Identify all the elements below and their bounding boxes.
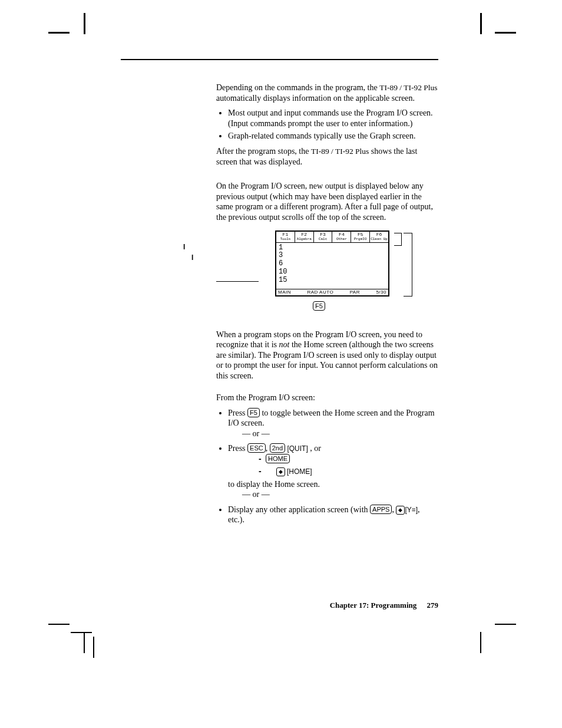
crop-mark: [480, 13, 482, 34]
output-line: 15: [279, 276, 386, 285]
bullet-list: Most output and input commands use the P…: [216, 108, 438, 141]
status-history: 5/30: [376, 290, 386, 295]
text: Press: [228, 444, 247, 453]
crop-mark: [84, 632, 85, 653]
esc-keycap: ESC: [247, 443, 266, 453]
toolbar-item: F4Other: [332, 232, 351, 242]
callout-lines: [216, 230, 260, 312]
toolbar-key: F3: [320, 232, 326, 237]
status-graph: PAR: [350, 290, 360, 295]
bracket-icon: [404, 233, 412, 297]
crop-mark: [48, 32, 70, 34]
margin-note: I: [183, 243, 185, 251]
toolbar-key: F6: [376, 232, 382, 237]
or-separator: — or —: [228, 429, 438, 439]
or-separator: — or —: [228, 489, 438, 500]
chapter-title: Chapter 17: Programming: [330, 601, 417, 610]
page-footer: Chapter 17: Programming 279: [330, 601, 438, 610]
diamond-keycap: ◆: [276, 467, 285, 476]
list-item: Graph-related commands typically use the…: [228, 131, 438, 141]
crop-mark: [71, 632, 92, 633]
list-item: HOME: [259, 454, 438, 465]
paragraph: On the Program I/O screen, new output is…: [216, 181, 438, 222]
toolbar-label: Calc: [314, 238, 332, 242]
paragraph: After the program stops, the TI-89 / TI-…: [216, 146, 438, 167]
list-item: Press ESC, 2nd [QUIT] , or HOME ◆ [HOME]…: [228, 443, 438, 500]
toolbar-key: F4: [339, 232, 345, 237]
paragraph: From the Program I/O screen:: [216, 393, 438, 403]
figure-caption-key: F5: [313, 301, 389, 312]
second-keycap: 2nd: [270, 443, 285, 453]
toolbar-item: F6Clean Up: [370, 232, 388, 242]
text: to display the Home screen.: [228, 480, 320, 489]
text: Display any other application screen (wi…: [228, 505, 370, 514]
list-item: Press F5 to toggle between the Home scre…: [228, 408, 438, 439]
apps-keycap: APPS: [370, 505, 392, 514]
crop-mark: [495, 32, 516, 34]
toolbar-key: F1: [283, 232, 289, 237]
toolbar-label: Algebra: [295, 238, 313, 242]
margin-note: I: [191, 253, 193, 262]
page-content: I I Depending on the commands in the pro…: [121, 59, 438, 610]
toolbar-item: F5PrgmIO: [351, 232, 370, 242]
list-item: Most output and input commands use the P…: [228, 108, 438, 129]
output-line: 3: [279, 252, 386, 260]
toolbar-label: Other: [332, 238, 351, 242]
toolbar-label: Tools: [276, 238, 295, 242]
text: After the program stops, the: [216, 147, 311, 156]
text: ,: [266, 444, 270, 453]
calculator-figure: F1Tools F2Algebra F3Calc F4Other F5PrgmI…: [216, 230, 438, 312]
status-folder: MAIN: [278, 290, 291, 295]
output-line: 1: [279, 244, 386, 252]
calc-screen: F1Tools F2Algebra F3Calc F4Other F5PrgmI…: [275, 230, 389, 297]
crop-mark: [48, 624, 70, 625]
paragraph: When a program stops on the Program I/O …: [216, 330, 438, 381]
sub-list: HOME ◆ [HOME]: [228, 454, 438, 477]
toolbar-item: F1Tools: [276, 232, 295, 242]
toolbar-key: F2: [301, 232, 307, 237]
top-rule: [121, 59, 438, 60]
quit-label: [QUIT]: [285, 444, 308, 453]
home-label: [HOME]: [285, 467, 312, 476]
text: ,: [392, 505, 396, 514]
crop-mark: [495, 624, 516, 625]
crop-mark: [480, 632, 481, 653]
list-item: Display any other application screen (wi…: [228, 505, 438, 525]
calc-toolbar: F1Tools F2Algebra F3Calc F4Other F5PrgmI…: [276, 232, 388, 242]
paragraph: Depending on the commands in the program…: [216, 83, 438, 103]
home-keycap: HOME: [266, 454, 290, 463]
page-number: 279: [427, 601, 439, 610]
calc-statusbar: MAIN RAD AUTO PAR 5/30: [276, 289, 388, 296]
crop-mark: [93, 637, 94, 658]
calc-output: 1 3 6 10 15: [276, 243, 388, 289]
toolbar-label: Clean Up: [370, 238, 388, 242]
model-name: TI-89 / TI-92 Plus: [311, 147, 369, 156]
calc-screen-wrap: F1Tools F2Algebra F3Calc F4Other F5PrgmI…: [275, 230, 389, 312]
yequals-label: [Y=]: [405, 506, 418, 514]
bracket-icon: [394, 233, 402, 246]
f5-keycap: F5: [247, 408, 260, 417]
emphasis: not: [279, 340, 290, 349]
crop-mark: [84, 13, 85, 34]
toolbar-item: F3Calc: [314, 232, 333, 242]
toolbar-key: F5: [358, 232, 363, 237]
text: , or: [308, 444, 321, 453]
bullet-list: Press F5 to toggle between the Home scre…: [216, 408, 438, 525]
text: Depending on the commands in the program…: [216, 83, 379, 92]
f5-keycap: F5: [313, 301, 325, 311]
status-mode: RAD AUTO: [307, 290, 333, 295]
output-line: 6: [279, 260, 386, 268]
text: automatically displays information on th…: [216, 94, 415, 103]
callout-line: [216, 281, 259, 282]
toolbar-item: F2Algebra: [295, 232, 314, 242]
output-line: 10: [279, 268, 386, 276]
toolbar-label: PrgmIO: [351, 238, 369, 242]
text: Press: [228, 409, 247, 417]
list-item: ◆ [HOME]: [259, 466, 438, 477]
diamond-keycap: ◆: [396, 506, 405, 515]
model-name: TI-89 / TI-92 Plus: [379, 83, 437, 92]
